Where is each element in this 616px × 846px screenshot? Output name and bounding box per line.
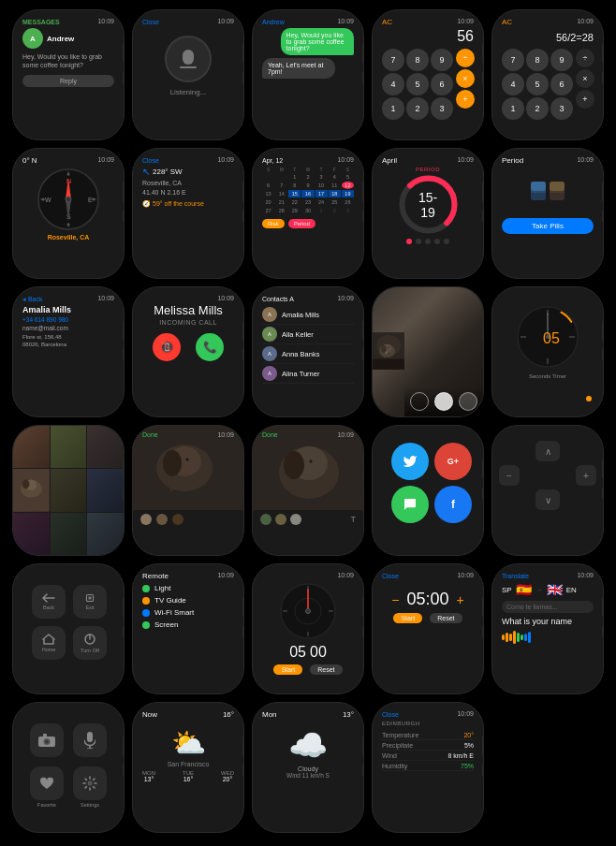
close-label[interactable]: Close — [142, 19, 159, 25]
calc-r9[interactable]: 9 — [550, 49, 573, 71]
remote-item-light[interactable]: Light — [142, 582, 234, 594]
calc-r4[interactable]: 4 — [502, 73, 524, 95]
calc-r8[interactable]: 8 — [526, 49, 549, 71]
color-dot-olive[interactable] — [275, 514, 286, 525]
period-button[interactable]: Period — [288, 219, 315, 228]
done-label-2[interactable]: Done — [262, 431, 278, 438]
color-dot-darkbrown[interactable] — [156, 514, 168, 525]
microphone-app[interactable] — [73, 723, 107, 757]
photo-thumb-5[interactable] — [51, 469, 87, 511]
remote-exit-button[interactable]: Exit — [73, 585, 107, 619]
translate-input[interactable]: Como te llamas... — [502, 601, 594, 613]
accept-button[interactable]: 📞 — [196, 333, 224, 361]
sw-minutes: 05 — [289, 644, 306, 661]
twitter-button[interactable] — [391, 443, 429, 480]
photo-thumb-1[interactable] — [13, 426, 50, 468]
calc-r-add[interactable]: + — [576, 90, 594, 109]
compass-svg: N S E W — [36, 167, 101, 232]
countdown-close[interactable]: Close — [382, 573, 399, 579]
remote-item-tvguide[interactable]: TV Guide — [142, 594, 234, 606]
remote-up-button[interactable]: ∧ — [535, 441, 560, 461]
reply-button[interactable]: Reply — [22, 75, 114, 87]
photo-thumb-6[interactable] — [87, 469, 124, 511]
facebook-button[interactable]: f — [434, 486, 472, 523]
contact-item-3[interactable]: A Anna Banks — [262, 344, 354, 364]
calc-r-multiply[interactable]: × — [576, 69, 594, 88]
calc-7[interactable]: 7 — [382, 49, 404, 71]
risk-button[interactable]: Risk — [262, 219, 285, 228]
weather-now-temp: 16° — [223, 710, 234, 719]
calc-r2[interactable]: 2 — [526, 97, 549, 120]
lang-sp[interactable]: SP — [502, 586, 512, 594]
calc-3[interactable]: 3 — [431, 97, 453, 120]
color-dot-gray[interactable] — [290, 514, 301, 525]
calc-multiply[interactable]: × — [456, 69, 475, 88]
text-icon[interactable]: T — [351, 515, 357, 524]
calc-2[interactable]: 2 — [406, 97, 429, 120]
calc-r7[interactable]: 7 — [502, 49, 524, 71]
remote-home-button[interactable]: Home — [32, 626, 66, 660]
calc-r5[interactable]: 5 — [526, 73, 549, 95]
done-label-1[interactable]: Done — [142, 431, 158, 438]
photo-dot-3[interactable] — [459, 392, 477, 411]
photo-thumb-8[interactable] — [51, 513, 87, 555]
settings-app[interactable]: Settings — [73, 766, 107, 808]
remote-back-button[interactable]: Back — [32, 585, 66, 619]
photo-thumb-2[interactable] — [51, 426, 87, 468]
photo-thumb-9[interactable] — [87, 513, 124, 555]
translate-wave — [502, 630, 594, 644]
calc-8[interactable]: 8 — [406, 49, 429, 71]
decline-button[interactable]: 📵 — [153, 333, 181, 361]
remote-turnoff-button[interactable]: Turn Off — [73, 626, 107, 660]
remote-item-screen[interactable]: Screen — [142, 619, 234, 631]
nav-direction: 228° SW — [153, 168, 183, 176]
google-plus-button[interactable]: G+ — [434, 443, 472, 480]
contact-item-2[interactable]: A Alla Keller — [262, 325, 354, 344]
weather-detail-close[interactable]: Close — [382, 711, 399, 718]
cd-reset-button[interactable]: Reset — [430, 613, 462, 623]
calc-r6[interactable]: 6 — [550, 73, 573, 95]
sw-start-button[interactable]: Start — [273, 664, 302, 675]
contact-name-4: Alina Turner — [282, 370, 319, 378]
contact-item-1[interactable]: A Amalia Mills — [262, 305, 354, 325]
take-pills-button[interactable]: Take Pills — [502, 218, 594, 234]
remote-down-button[interactable]: ∨ — [535, 489, 560, 510]
remote-plus-button[interactable]: + — [576, 465, 596, 486]
contact-back[interactable]: ◂ Back — [22, 296, 43, 303]
remote-item-wifi[interactable]: Wi-Fi Smart — [142, 606, 234, 619]
nav-close[interactable]: Close — [142, 157, 159, 164]
svg-point-65 — [306, 609, 311, 614]
pill-icons — [502, 174, 594, 211]
color-dot-darkest[interactable] — [172, 514, 183, 525]
photo-dot-2[interactable] — [434, 392, 453, 411]
cd-minus-btn[interactable]: − — [391, 592, 399, 607]
calc-1[interactable]: 1 — [382, 97, 404, 120]
calc-divide[interactable]: ÷ — [456, 49, 475, 67]
photo-thumb-7[interactable] — [13, 513, 50, 555]
sw-reset-button[interactable]: Reset — [310, 664, 342, 675]
photo-dot-1[interactable] — [410, 392, 429, 411]
calc-add[interactable]: + — [456, 90, 475, 109]
photo-thumb-3[interactable] — [87, 426, 124, 468]
calc-r3[interactable]: 3 — [550, 97, 573, 120]
lang-en[interactable]: EN — [566, 586, 577, 594]
cd-plus-btn[interactable]: + — [457, 592, 464, 607]
calc-6[interactable]: 6 — [431, 73, 453, 95]
camera-app[interactable] — [30, 723, 64, 757]
favorite-app[interactable]: Favorite — [30, 766, 64, 808]
weather-temp-row: Temperature 20° — [382, 730, 474, 740]
calc-5[interactable]: 5 — [406, 73, 429, 95]
calc-9[interactable]: 9 — [431, 49, 453, 71]
contact-phone[interactable]: +34 614 890 980 — [22, 316, 114, 323]
contact-item-4[interactable]: A Alina Turner — [262, 364, 354, 384]
calc-4[interactable]: 4 — [382, 73, 404, 95]
remote-minus-button[interactable]: − — [499, 465, 520, 486]
photo-thumb-4[interactable] — [13, 469, 50, 511]
calc-r1[interactable]: 1 — [502, 97, 524, 120]
color-dot-brown[interactable] — [140, 514, 152, 525]
calc-r-divide[interactable]: ÷ — [576, 49, 594, 67]
message-button[interactable] — [391, 486, 429, 523]
color-dot-green[interactable] — [260, 514, 271, 525]
cal-d: 11 — [329, 182, 341, 189]
cd-start-button[interactable]: Start — [393, 613, 422, 623]
